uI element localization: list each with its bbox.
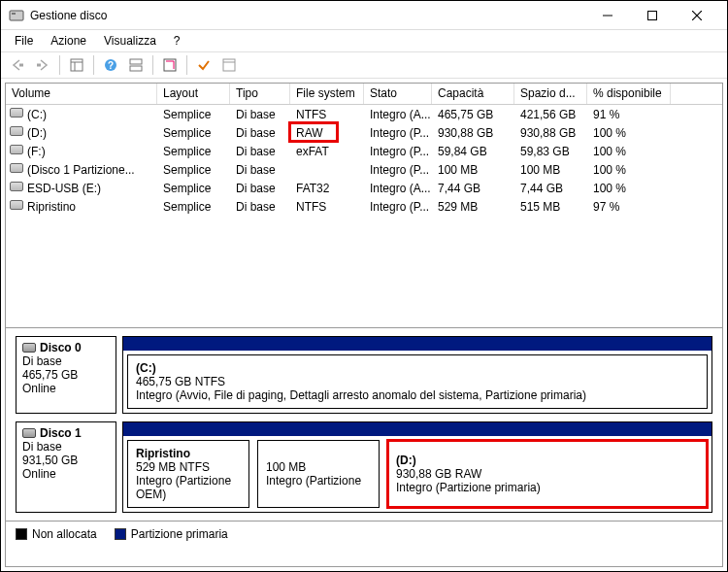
column-headers: Volume Layout Tipo File system Stato Cap… (6, 84, 722, 105)
help-button[interactable]: ? (100, 54, 121, 76)
col-volume[interactable]: Volume (6, 84, 157, 104)
menu-view[interactable]: Visualizza (96, 32, 164, 50)
partition-row: Ripristino529 MB NTFSIntegro (Partizione… (122, 421, 712, 513)
cell-state: Integro (P... (364, 160, 432, 179)
cell-layout: Semplice (157, 123, 230, 142)
cell-state: Integro (A... (364, 105, 432, 123)
menu-action[interactable]: Azione (43, 32, 94, 50)
cell-fs: RAW (290, 123, 364, 142)
cell-layout: Semplice (157, 197, 230, 216)
cell-volume: (Disco 1 Partizione... (6, 160, 157, 179)
forward-button[interactable] (32, 54, 53, 76)
col-state[interactable]: Stato (364, 84, 432, 104)
table-row[interactable]: RipristinoSempliceDi baseNTFSIntegro (P.… (6, 197, 722, 216)
disk-icon (22, 343, 36, 353)
cell-capacity: 930,88 GB (432, 123, 514, 142)
partition-stripe (123, 337, 711, 351)
cell-capacity: 59,84 GB (432, 142, 514, 160)
cell-pct: 100 % (587, 142, 671, 160)
volume-list[interactable]: Volume Layout Tipo File system Stato Cap… (6, 84, 722, 322)
col-type[interactable]: Tipo (230, 84, 290, 104)
separator (59, 55, 60, 75)
col-fs[interactable]: File system (290, 84, 364, 104)
legend-primary: Partizione primaria (115, 527, 228, 541)
cell-state: Integro (P... (364, 197, 432, 216)
disk-map: Disco 0Di base465,75 GBOnline(C:)465,75 … (6, 327, 722, 521)
partition-status: Integro (Partizione primaria) (396, 481, 699, 494)
partition[interactable]: Ripristino529 MB NTFSIntegro (Partizione… (127, 440, 249, 508)
rows-host: (C:)SempliceDi baseNTFSIntegro (A...465,… (6, 105, 722, 216)
partition-size: 100 MB (266, 460, 371, 474)
cell-pct: 100 % (587, 160, 671, 179)
cell-free: 100 MB (514, 160, 587, 179)
svg-rect-14 (130, 66, 142, 71)
minimize-button[interactable] (585, 1, 630, 30)
svg-rect-13 (130, 59, 142, 64)
cell-pct: 100 % (587, 123, 671, 142)
table-row[interactable]: (Disco 1 Partizione...SempliceDi baseInt… (6, 160, 722, 179)
disk-name: Disco 0 (40, 341, 82, 354)
separator (186, 55, 187, 75)
cell-pct: 100 % (587, 179, 671, 197)
close-button[interactable] (675, 1, 719, 30)
disk-size: 465,75 GB (22, 368, 110, 382)
menu-help[interactable]: ? (166, 32, 188, 50)
legend-unallocated: Non allocata (16, 527, 97, 541)
cell-free: 421,56 GB (514, 105, 587, 123)
cell-state: Integro (P... (364, 142, 432, 160)
cell-fs: NTFS (290, 105, 364, 123)
partition-label: Ripristino (136, 447, 241, 460)
menu-file[interactable]: File (7, 32, 41, 50)
partition[interactable]: (C:)465,75 GB NTFSIntegro (Avvio, File d… (127, 354, 708, 409)
disk-status: Online (22, 467, 110, 481)
svg-rect-6 (19, 64, 23, 67)
partition-row: (C:)465,75 GB NTFSIntegro (Avvio, File d… (122, 336, 712, 414)
cell-state: Integro (A... (364, 179, 432, 197)
volume-icon (10, 145, 23, 154)
cell-capacity: 7,44 GB (432, 179, 514, 197)
cell-layout: Semplice (157, 160, 230, 179)
cell-capacity: 465,75 GB (432, 105, 514, 123)
table-row[interactable]: ESD-USB (E:)SempliceDi baseFAT32Integro … (6, 179, 722, 197)
cell-state: Integro (P... (364, 123, 432, 142)
legend: Non allocata Partizione primaria (6, 521, 722, 546)
partition-label: (D:) (396, 454, 699, 467)
partition[interactable]: 100 MBIntegro (Partizione (257, 440, 380, 508)
volume-icon (10, 200, 23, 210)
col-free[interactable]: Spazio d... (514, 84, 587, 104)
disk-name: Disco 1 (40, 426, 82, 440)
svg-rect-3 (648, 11, 657, 19)
table-row[interactable]: (C:)SempliceDi baseNTFSIntegro (A...465,… (6, 105, 722, 123)
action-button[interactable] (218, 54, 240, 76)
view-button[interactable] (66, 54, 87, 76)
refresh-button[interactable] (159, 54, 181, 76)
svg-rect-16 (223, 59, 235, 71)
back-button[interactable] (7, 54, 28, 76)
disk-info[interactable]: Disco 0Di base465,75 GBOnline (16, 336, 116, 414)
maximize-button[interactable] (630, 1, 675, 30)
partition-size: 930,88 GB RAW (396, 467, 699, 481)
svg-rect-8 (71, 59, 83, 71)
disk-info[interactable]: Disco 1Di base931,50 GBOnline (16, 421, 116, 513)
table-row[interactable]: (D:)SempliceDi baseRAWIntegro (P...930,8… (6, 123, 722, 142)
cell-pct: 97 % (587, 197, 671, 216)
table-row[interactable]: (F:)SempliceDi baseexFATIntegro (P...59,… (6, 142, 722, 160)
col-capacity[interactable]: Capacità (432, 84, 514, 104)
col-pct[interactable]: % disponibile (587, 84, 671, 104)
layout-button[interactable] (125, 54, 147, 76)
cell-fs: FAT32 (290, 179, 364, 197)
col-layout[interactable]: Layout (157, 84, 230, 104)
disk-icon (22, 428, 36, 438)
disk-type: Di base (22, 440, 110, 454)
cell-type: Di base (230, 123, 290, 142)
svg-text:?: ? (108, 60, 114, 71)
disk-type: Di base (22, 354, 110, 368)
partition[interactable]: (D:)930,88 GB RAWIntegro (Partizione pri… (387, 440, 708, 508)
cell-volume: (D:) (6, 123, 157, 142)
cell-layout: Semplice (157, 179, 230, 197)
partition-size: 465,75 GB NTFS (136, 375, 699, 388)
check-button[interactable] (193, 54, 215, 76)
volume-icon (10, 108, 23, 118)
cell-type: Di base (230, 179, 290, 197)
cell-pct: 91 % (587, 105, 671, 123)
